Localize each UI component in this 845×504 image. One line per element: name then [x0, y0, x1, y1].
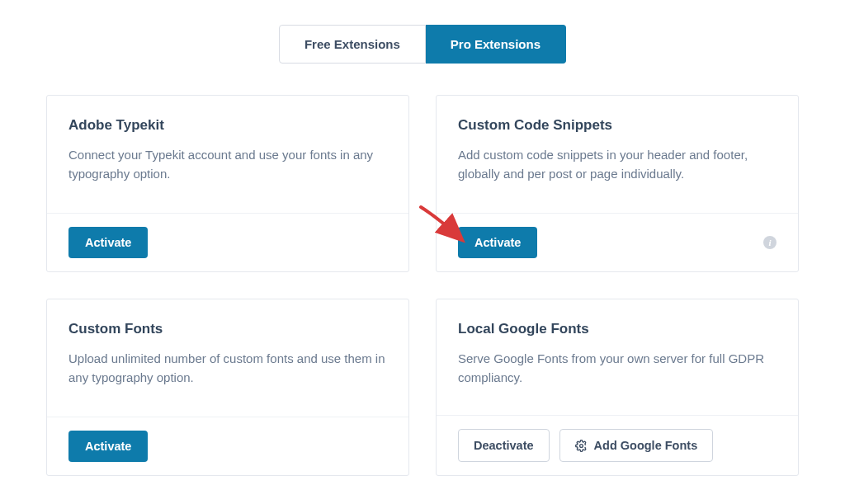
extension-tabs: Free Extensions Pro Extensions [0, 25, 845, 64]
card-title: Adobe Typekit [68, 117, 387, 134]
gear-icon [575, 440, 588, 452]
card-footer: Activate [47, 213, 408, 271]
card-local-google-fonts: Local Google Fonts Serve Google Fonts fr… [436, 299, 799, 476]
card-custom-fonts: Custom Fonts Upload unlimited number of … [46, 299, 409, 476]
card-description: Connect your Typekit account and use you… [68, 145, 387, 184]
activate-button[interactable]: Activate [458, 227, 537, 258]
card-title: Local Google Fonts [458, 321, 777, 337]
extensions-grid: Adobe Typekit Connect your Typekit accou… [46, 95, 799, 476]
add-google-fonts-label: Add Google Fonts [594, 439, 698, 452]
card-description: Upload unlimited number of custom fonts … [68, 349, 387, 388]
card-title: Custom Fonts [68, 321, 387, 337]
card-footer: Deactivate Add Google Fonts [437, 415, 798, 475]
card-description: Serve Google Fonts from your own server … [458, 349, 777, 388]
tab-pro-extensions[interactable]: Pro Extensions [426, 25, 566, 64]
activate-button[interactable]: Activate [68, 431, 148, 462]
card-title: Custom Code Snippets [458, 117, 777, 134]
svg-point-0 [579, 444, 583, 447]
deactivate-button[interactable]: Deactivate [458, 429, 550, 462]
card-body: Custom Code Snippets Add custom code sni… [437, 96, 798, 213]
add-google-fonts-button[interactable]: Add Google Fonts [559, 429, 714, 462]
activate-button[interactable]: Activate [68, 227, 148, 258]
card-footer: Activate i [437, 213, 798, 271]
card-footer: Activate [47, 417, 408, 475]
card-body: Adobe Typekit Connect your Typekit accou… [47, 96, 408, 213]
card-body: Custom Fonts Upload unlimited number of … [47, 299, 408, 417]
info-icon[interactable]: i [763, 236, 777, 249]
card-description: Add custom code snippets in your header … [458, 145, 777, 184]
card-custom-code-snippets: Custom Code Snippets Add custom code sni… [436, 95, 799, 272]
card-adobe-typekit: Adobe Typekit Connect your Typekit accou… [46, 95, 409, 272]
tab-free-extensions[interactable]: Free Extensions [279, 25, 426, 64]
card-body: Local Google Fonts Serve Google Fonts fr… [437, 299, 798, 415]
